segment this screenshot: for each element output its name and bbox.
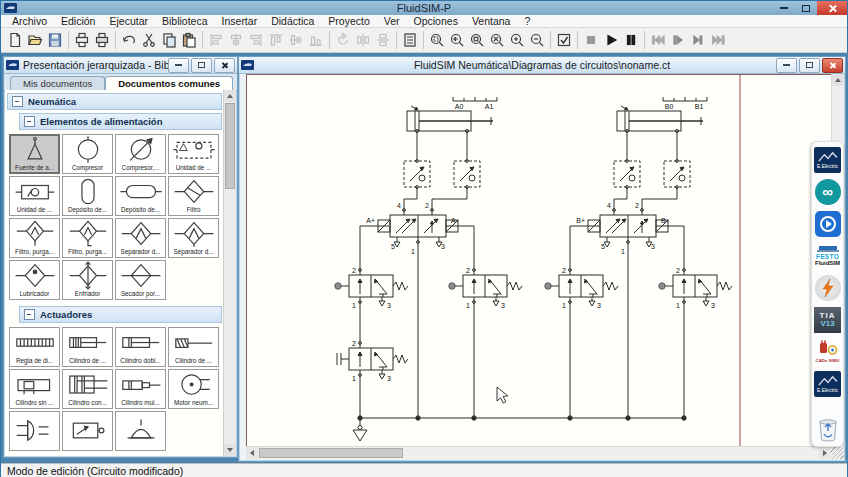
zoom-detail-icon[interactable]: [427, 30, 447, 50]
library-restore-button[interactable]: [191, 58, 212, 73]
library-item-fuente[interactable]: Fuente de a...: [9, 134, 60, 174]
single-step-icon[interactable]: [668, 30, 688, 50]
library-item-separador2[interactable]: Separador d...: [168, 218, 219, 258]
scroll-down-icon[interactable]: [224, 444, 236, 456]
new-file-icon[interactable]: [5, 30, 25, 50]
library-item-unidad-detallada[interactable]: Unidad de ...: [168, 134, 219, 174]
library-item-enfriador[interactable]: Enfriador: [62, 260, 113, 300]
zoom-out-icon[interactable]: [527, 30, 547, 50]
valve-52-A[interactable]: 4 2 5 3 1 A+ A-: [366, 202, 458, 255]
library-scroll-thumb[interactable]: [225, 103, 235, 189]
library-item-cilindro-simple[interactable]: Cilindro de ...: [62, 327, 113, 367]
rotate-icon[interactable]: [333, 30, 353, 50]
library-item-filtro[interactable]: Filtro: [168, 176, 219, 216]
library-item-deposito-horizontal[interactable]: Depósito de...: [115, 176, 166, 216]
library-scrollbar[interactable]: [223, 90, 236, 456]
library-item-cilindro-embolo[interactable]: Cilindro de ...: [168, 327, 219, 367]
align-left-icon[interactable]: [206, 30, 226, 50]
valve-32-roller[interactable]: 2 1 3: [659, 267, 732, 309]
desktop-icon-arduino[interactable]: ∞: [814, 177, 842, 206]
collapse-icon[interactable]: [12, 96, 23, 107]
align-middle-icon[interactable]: [286, 30, 306, 50]
tab-mis-documentos[interactable]: Mis documentos: [10, 76, 105, 90]
cylinder-B[interactable]: B0 B1: [617, 97, 707, 133]
menu-biblioteca[interactable]: Biblioteca: [155, 15, 215, 28]
collapse-icon[interactable]: [24, 309, 35, 320]
valve-32-roller[interactable]: 2 1 3: [335, 267, 408, 309]
library-item-compresor[interactable]: Compresor: [62, 134, 113, 174]
simulate-to-state-icon[interactable]: [688, 30, 708, 50]
recycle-bin-icon[interactable]: [814, 413, 842, 442]
valve-32-pushbutton[interactable]: 2 1 3: [337, 340, 408, 382]
library-item-partial-3[interactable]: [115, 411, 166, 451]
minimize-button[interactable]: [773, 1, 795, 15]
align-right-icon[interactable]: [246, 30, 266, 50]
cylinder-A[interactable]: A0 A1: [407, 97, 497, 133]
menu-help[interactable]: ?: [517, 15, 537, 28]
desktop-icon-eelectric[interactable]: E.Eléctric: [814, 145, 842, 174]
section-elementos-alimentacion[interactable]: Elementos de alimentación: [19, 113, 222, 130]
zoom-all-icon[interactable]: [487, 30, 507, 50]
open-file-icon[interactable]: [25, 30, 45, 50]
library-item-regla[interactable]: Regla de di...: [9, 327, 60, 367]
tab-documentos-comunes[interactable]: Documentos comunes: [105, 76, 233, 90]
flow-control-valve[interactable]: [614, 160, 640, 189]
cut-icon[interactable]: [139, 30, 159, 50]
align-center-icon[interactable]: [226, 30, 246, 50]
scroll-up-icon[interactable]: [224, 90, 236, 102]
print-icon[interactable]: [92, 30, 112, 50]
copy-icon[interactable]: [159, 30, 179, 50]
scroll-right-icon[interactable]: [819, 447, 831, 459]
desktop-icon-lightning-app[interactable]: [814, 273, 842, 302]
menu-opciones[interactable]: Opciones: [407, 15, 465, 28]
zoom-previous-icon[interactable]: [447, 30, 467, 50]
menu-proyecto[interactable]: Proyecto: [321, 15, 376, 28]
zoom-in-icon[interactable]: [507, 30, 527, 50]
circuit-close-button[interactable]: [822, 58, 843, 73]
menu-didactica[interactable]: Didáctica: [264, 15, 321, 28]
mirror-horizontal-icon[interactable]: [353, 30, 373, 50]
print-preview-icon[interactable]: [72, 30, 92, 50]
to-end-icon[interactable]: [708, 30, 728, 50]
menu-insertar[interactable]: Insertar: [215, 15, 265, 28]
flow-control-valve[interactable]: [454, 160, 480, 189]
desktop-icon-eelectric-2[interactable]: E.Eléctric: [814, 369, 842, 398]
library-item-cilindro-doble[interactable]: Cilindro dobl...: [115, 327, 166, 367]
parts-list-icon[interactable]: [400, 30, 420, 50]
circuit-titlebar[interactable]: FluidSIM Neumática\Diagramas de circuito…: [239, 57, 845, 74]
library-item-lubricador[interactable]: Lubricador: [9, 260, 60, 300]
library-item-filtro-purga2[interactable]: Filtro, purga...: [62, 218, 113, 258]
maximize-button[interactable]: [795, 1, 817, 15]
library-item-motor[interactable]: Motor neum...: [168, 369, 219, 409]
mirror-vertical-icon[interactable]: [373, 30, 393, 50]
collapse-icon[interactable]: [24, 116, 35, 127]
library-item-cilindro-sin-vastago[interactable]: Cilindro sin ...: [9, 369, 60, 409]
close-button[interactable]: [817, 1, 847, 15]
align-bottom-icon[interactable]: [306, 30, 326, 50]
align-top-icon[interactable]: [266, 30, 286, 50]
circuit-check-icon[interactable]: [554, 30, 574, 50]
library-item-deposito-vertical[interactable]: Depósito de...: [62, 176, 113, 216]
circuit-canvas[interactable]: A0 A1 4 2 5 3 1 A+ A-: [246, 74, 834, 452]
pause-icon[interactable]: [621, 30, 641, 50]
library-item-secador[interactable]: Secador por...: [115, 260, 166, 300]
circuit-restore-button[interactable]: [799, 58, 820, 73]
desktop-icon-blue-app[interactable]: [814, 209, 842, 238]
resize-grip[interactable]: [832, 447, 844, 459]
valve-52-B[interactable]: 4 2 5 3 1 B+ B-: [576, 202, 668, 255]
zoom-page-icon[interactable]: [467, 30, 487, 50]
air-supply[interactable]: [353, 418, 367, 441]
flow-control-valve[interactable]: [404, 160, 430, 189]
desktop-icon-tia-portal[interactable]: TIA V13: [814, 305, 842, 334]
scroll-up-icon[interactable]: [832, 74, 844, 86]
library-titlebar[interactable]: Presentación jerarquizada - Bibli...: [4, 57, 237, 74]
library-item-filtro-purga1[interactable]: Filtro, purga...: [9, 218, 60, 258]
menu-archivo[interactable]: Archivo: [5, 15, 54, 28]
library-close-button[interactable]: [214, 58, 235, 73]
library-minimize-button[interactable]: [168, 58, 189, 73]
stop-icon[interactable]: [581, 30, 601, 50]
library-item-compresor-variable[interactable]: Compresor,...: [115, 134, 166, 174]
start-icon[interactable]: [601, 30, 621, 50]
circuit-minimize-button[interactable]: [776, 58, 797, 73]
library-item-cilindro-multi[interactable]: Cilindro mul...: [115, 369, 166, 409]
